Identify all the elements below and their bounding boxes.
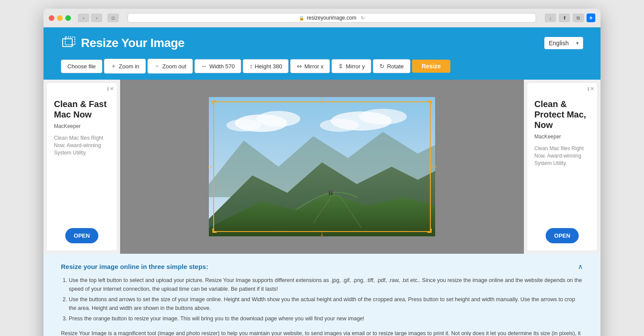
width-icon: ↔ <box>201 63 207 70</box>
url-text: resizeyourimage.com <box>307 15 356 21</box>
logo-text: Resize Your Image <box>81 36 184 50</box>
width-button[interactable]: ↔ Width 570 <box>195 59 242 73</box>
maximize-button[interactable] <box>65 15 71 21</box>
info-step-2: Use the buttons and arrows to set the si… <box>69 295 583 312</box>
crop-handle-left[interactable]: ← <box>206 162 214 171</box>
logo-area: Resize Your Image <box>61 35 184 51</box>
right-ad-close: ℹ ✕ <box>587 86 594 92</box>
info-step-3: Press the orange button to resize your i… <box>69 314 583 323</box>
left-ad-description: Clean Mac files Right Now. Award-winning… <box>54 134 110 156</box>
resize-button[interactable]: Resize <box>412 60 450 73</box>
browser-titlebar: ‹ › ⊡ 🔒 resizeyourimage.com ↻ ↓ ⬆ ⧉ + <box>44 9 600 27</box>
left-ad-panel: ℹ ✕ Clean & Fast Mac Now MacKeeper Clean… <box>47 83 117 250</box>
svg-rect-1 <box>65 37 75 45</box>
back-button[interactable]: ‹ <box>78 13 89 22</box>
info-step-1: Use the top left button to select and up… <box>69 276 583 293</box>
right-ad-open-button[interactable]: OPEN <box>546 228 579 243</box>
right-ad-brand: MacKeeper <box>534 134 590 140</box>
crop-border: ↑ ↓ ← → <box>213 101 431 232</box>
left-ad-close-button[interactable]: ✕ <box>110 86 114 92</box>
zoom-out-button[interactable]: － Zoom out <box>148 59 193 74</box>
left-ad-close: ℹ ✕ <box>107 86 114 92</box>
language-selector-wrapper[interactable]: English French Spanish ▼ <box>544 37 583 49</box>
rotate-icon: ↻ <box>379 63 385 70</box>
image-container: ↑ ↓ ← → <box>209 97 435 236</box>
minus-icon: － <box>154 62 160 70</box>
reader-button[interactable]: ⊡ <box>107 13 119 22</box>
browser-toolbar-right: ↓ ⬆ ⧉ + <box>545 13 595 22</box>
crop-handle-bottom[interactable]: ↓ <box>320 229 324 238</box>
refresh-icon[interactable]: ↻ <box>361 15 365 21</box>
right-ad-panel: ℹ ✕ Clean & Protect Mac, Now MacKeeper C… <box>527 83 597 250</box>
rotate-button[interactable]: ↻ Rotate <box>373 59 410 73</box>
main-layout: ℹ ✕ Clean & Fast Mac Now MacKeeper Clean… <box>44 80 600 254</box>
language-selector[interactable]: English French Spanish <box>544 37 583 49</box>
ad-info-icon: ℹ <box>107 86 109 92</box>
address-bar[interactable]: 🔒 resizeyourimage.com ↻ <box>127 13 536 23</box>
crop-corner-bl[interactable] <box>212 228 217 233</box>
browser-window: ‹ › ⊡ 🔒 resizeyourimage.com ↻ ↓ ⬆ ⧉ + <box>44 9 600 336</box>
site-wrapper: Resize Your Image English French Spanish… <box>44 27 600 336</box>
left-ad-title: Clean & Fast Mac Now <box>54 99 110 120</box>
collapse-button[interactable]: ∧ <box>578 262 583 271</box>
plus-icon: ＋ <box>111 62 117 70</box>
height-icon: ↕ <box>249 63 252 70</box>
crop-handle-top[interactable]: ↑ <box>320 95 324 104</box>
toolbar: Choose file ＋ Zoom in － Zoom out ↔ Width… <box>44 59 600 80</box>
mirror-x-icon: ⇔ <box>297 63 302 70</box>
logo-icon <box>61 35 77 51</box>
svg-rect-0 <box>63 39 72 47</box>
left-ad-brand: MacKeeper <box>54 123 110 129</box>
left-ad-open-button[interactable]: OPEN <box>65 228 99 243</box>
zoom-in-button[interactable]: ＋ Zoom in <box>104 59 146 74</box>
info-description: Resize Your Image is a magnificent tool … <box>61 329 583 336</box>
image-canvas: ↑ ↓ ← → <box>120 80 524 254</box>
crop-corner-tr[interactable] <box>427 101 432 105</box>
crop-corner-tl[interactable] <box>212 101 217 105</box>
new-tab-button[interactable]: + <box>587 13 595 22</box>
nav-buttons: ‹ › <box>78 13 102 22</box>
crop-overlay: ↑ ↓ ← → <box>209 97 435 236</box>
mirror-y-icon: ⇕ <box>338 63 343 70</box>
traffic-lights <box>49 15 71 21</box>
close-button[interactable] <box>49 15 54 21</box>
right-ad-close-button[interactable]: ✕ <box>590 86 594 92</box>
info-steps-list: Use the top left button to select and up… <box>61 276 583 323</box>
site-header: Resize Your Image English French Spanish… <box>44 27 600 59</box>
info-header: Resize your image online in three simple… <box>61 262 583 271</box>
forward-button[interactable]: › <box>91 13 102 22</box>
height-button[interactable]: ↕ Height 380 <box>243 59 288 73</box>
info-title: Resize your image online in three simple… <box>61 263 208 270</box>
info-section: Resize your image online in three simple… <box>44 254 600 336</box>
mirror-x-button[interactable]: ⇔ Mirror x <box>290 59 330 73</box>
tabs-icon[interactable]: ⧉ <box>573 13 584 22</box>
right-ad-title: Clean & Protect Mac, Now <box>534 99 590 130</box>
right-ad-info-icon: ℹ <box>587 86 589 92</box>
crop-corner-br[interactable] <box>427 228 432 233</box>
download-icon[interactable]: ↓ <box>545 13 556 22</box>
choose-file-button[interactable]: Choose file <box>61 60 102 73</box>
right-ad-description: Clean Mac files Right Now. Award-winning… <box>534 145 590 167</box>
lock-icon: 🔒 <box>299 16 304 20</box>
minimize-button[interactable] <box>57 15 63 21</box>
crop-handle-right[interactable]: → <box>430 162 438 171</box>
mirror-y-button[interactable]: ⇕ Mirror y <box>332 59 371 73</box>
share-icon[interactable]: ⬆ <box>559 13 570 22</box>
